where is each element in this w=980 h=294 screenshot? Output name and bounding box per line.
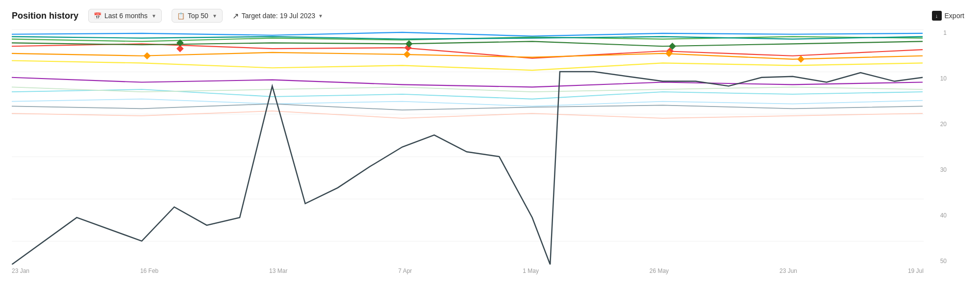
trend-icon: ↗ — [232, 11, 239, 21]
chart-svg — [12, 29, 924, 265]
svg-marker-3 — [144, 53, 151, 59]
target-chevron-icon: ▼ — [318, 13, 323, 19]
x-label-mar: 13 Mar — [269, 267, 287, 274]
x-label-feb: 16 Feb — [140, 267, 158, 274]
y-axis: 1 10 20 30 40 50 — [926, 29, 951, 265]
period-control[interactable]: 📅 Last 6 months ▼ — [88, 9, 162, 23]
y-label-10: 10 — [928, 75, 949, 82]
svg-marker-4 — [403, 51, 410, 58]
target-control[interactable]: ↗ Target date: 19 Jul 2023 ▼ — [232, 11, 323, 21]
page-title: Position history — [12, 11, 78, 21]
top-icon: 📋 — [177, 12, 185, 20]
chart-area: 1 10 20 30 40 50 23 Jan 16 Feb 13 Mar 7 … — [0, 29, 980, 294]
top-chevron-icon: ▼ — [212, 13, 217, 19]
header: Position history 📅 Last 6 months ▼ 📋 Top… — [0, 0, 980, 29]
x-axis: 23 Jan 16 Feb 13 Mar 7 Apr 1 May 26 May … — [12, 265, 924, 274]
x-label-jan: 23 Jan — [12, 267, 29, 274]
target-label: Target date: 19 Jul 2023 — [242, 12, 315, 20]
y-label-30: 30 — [928, 166, 949, 173]
top-control[interactable]: 📋 Top 50 ▼ — [172, 9, 223, 23]
x-label-jun: 23 Jun — [779, 267, 797, 274]
x-label-jul: 19 Jul — [908, 267, 924, 274]
export-icon: ↓ — [932, 11, 942, 21]
svg-marker-6 — [798, 56, 804, 63]
y-label-40: 40 — [928, 212, 949, 219]
y-label-20: 20 — [928, 121, 949, 128]
chart-inner: 1 10 20 30 40 50 23 Jan 16 Feb 13 Mar 7 … — [12, 29, 951, 274]
app-container: Position history 📅 Last 6 months ▼ 📋 Top… — [0, 0, 980, 294]
y-label-50: 50 — [928, 258, 949, 265]
export-label: Export — [945, 12, 964, 20]
y-label-1: 1 — [928, 29, 949, 36]
period-label: Last 6 months — [104, 12, 148, 20]
x-label-may1: 1 May — [523, 267, 539, 274]
top-label: Top 50 — [188, 12, 208, 20]
x-label-apr: 7 Apr — [398, 267, 412, 274]
export-button[interactable]: ↓ Export — [932, 11, 968, 21]
period-chevron-icon: ▼ — [151, 13, 156, 19]
calendar-icon: 📅 — [94, 12, 101, 20]
x-label-may26: 26 May — [650, 267, 669, 274]
